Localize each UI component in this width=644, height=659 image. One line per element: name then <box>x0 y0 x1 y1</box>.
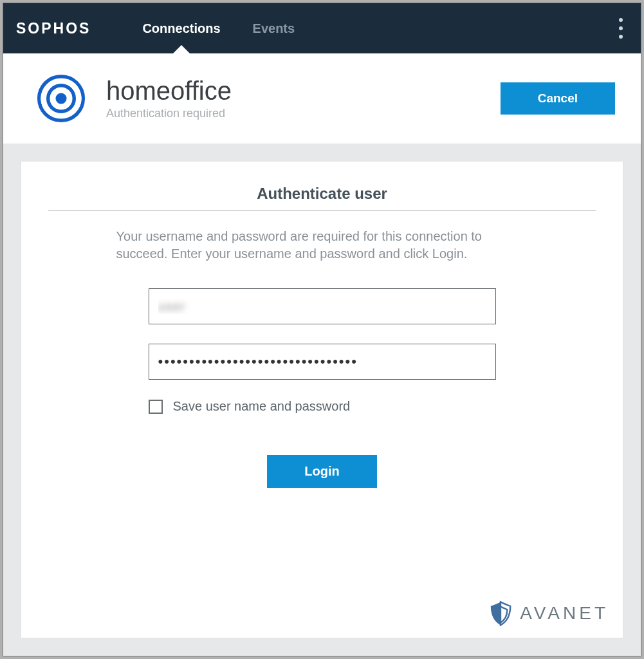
connection-title: homeoffice <box>106 77 232 104</box>
brand-logo: SOPHOS <box>16 20 91 37</box>
auth-card: Authenticate user Your username and pass… <box>21 162 623 638</box>
divider <box>48 210 596 211</box>
connection-target-icon <box>35 73 87 124</box>
watermark-label: AVANET <box>520 603 609 624</box>
login-button[interactable]: Login <box>267 455 376 488</box>
connection-title-wrap: homeoffice Authentication required <box>106 77 232 120</box>
password-input[interactable] <box>149 344 496 380</box>
auth-form: Save user name and password Login <box>149 288 496 488</box>
nav-tabs: Connections Events <box>142 3 295 53</box>
svg-point-2 <box>55 93 66 104</box>
save-credentials-checkbox[interactable] <box>149 400 163 414</box>
username-input[interactable] <box>149 288 496 324</box>
navbar: SOPHOS Connections Events <box>3 3 641 53</box>
watermark: AVANET <box>488 600 609 626</box>
app-window: SOPHOS Connections Events homeoffice Aut… <box>3 3 641 656</box>
auth-description: Your username and password are required … <box>116 228 528 263</box>
save-credentials-row: Save user name and password <box>149 399 496 414</box>
kebab-menu-icon[interactable] <box>619 18 623 39</box>
auth-heading: Authenticate user <box>48 185 596 210</box>
avanet-shield-icon <box>488 600 513 626</box>
tab-events[interactable]: Events <box>253 3 295 53</box>
tab-connections[interactable]: Connections <box>142 3 220 53</box>
save-credentials-label: Save user name and password <box>173 399 351 414</box>
cancel-button[interactable]: Cancel <box>501 82 615 115</box>
connection-subtitle: Authentication required <box>106 107 232 120</box>
connection-header: homeoffice Authentication required Cance… <box>3 53 641 144</box>
body-area: Authenticate user Your username and pass… <box>3 144 641 656</box>
